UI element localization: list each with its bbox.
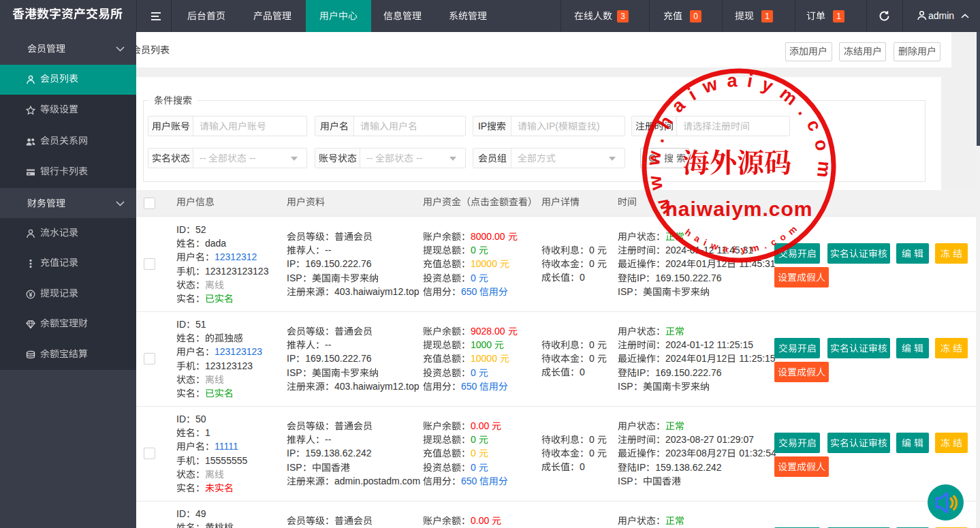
svg-text:www.haiwaiym.com: www.haiwaiym.com xyxy=(643,70,835,218)
svg-text:haiwaiym.com: haiwaiym.com xyxy=(665,198,812,220)
